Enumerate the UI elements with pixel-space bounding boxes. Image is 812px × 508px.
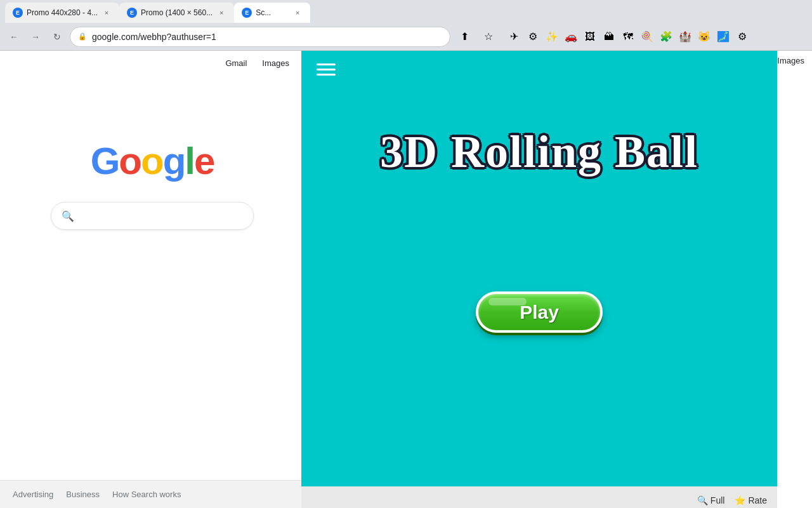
url-text: google.com/webhp?authuser=1 <box>92 32 216 42</box>
rate-icon: ⭐ <box>735 495 745 505</box>
menu-line-3 <box>317 74 336 76</box>
ext-image-icon[interactable]: 🖼 <box>581 28 599 46</box>
game-overlay: 3D Rolling Ball Play 🔍 Full ⭐ Rate <box>301 51 777 508</box>
tab-favicon-2: E <box>127 8 137 18</box>
tab-close-1[interactable]: × <box>102 8 112 18</box>
google-logo: Google <box>91 139 214 183</box>
ext-japan-icon[interactable]: 🗾 <box>714 28 732 46</box>
game-menu-button[interactable] <box>314 61 338 78</box>
search-icon: 🔍 <box>62 210 74 222</box>
share-button[interactable]: ⬆ <box>454 27 475 47</box>
menu-line-2 <box>317 69 336 70</box>
logo-letter-o2: o <box>141 140 163 182</box>
images-top-right[interactable]: Images <box>777 56 804 65</box>
back-button[interactable]: ← <box>5 28 23 46</box>
ext-send-icon[interactable]: ✈ <box>505 28 523 46</box>
logo-letter-g: G <box>91 140 119 182</box>
images-link-header[interactable]: Images <box>257 56 294 70</box>
how-search-works-link[interactable]: How Search works <box>112 490 181 499</box>
tab-favicon-3: E <box>242 8 252 18</box>
ext-mountain-icon[interactable]: 🏔 <box>600 28 618 46</box>
extensions-area: ✈ ⚙ ✨ 🚗 🖼 🏔 🗺 🍭 🧩 🏰 😺 🗾 ⚙ <box>505 28 751 46</box>
tab-3[interactable]: E Sc... × <box>234 3 310 23</box>
google-page: Gmail Images Google 🔍 Advertising Busine… <box>0 51 304 508</box>
ext-gear-icon[interactable]: ⚙ <box>524 28 542 46</box>
ext-car-icon[interactable]: 🚗 <box>562 28 580 46</box>
images-link-text: Images <box>777 56 804 65</box>
full-label: Full <box>710 495 725 505</box>
tab-label-1: Promo 440x280 - 4... <box>27 8 98 17</box>
tab-favicon-1: E <box>13 8 23 18</box>
advertising-link[interactable]: Advertising <box>13 490 53 499</box>
tab-close-3[interactable]: × <box>292 8 303 18</box>
address-bar[interactable]: 🔒 google.com/webhp?authuser=1 <box>70 27 450 47</box>
logo-letter-o1: o <box>119 140 141 182</box>
ext-map-icon[interactable]: 🗺 <box>619 28 637 46</box>
game-title: 3D Rolling Ball <box>380 127 698 177</box>
rate-label: Rate <box>748 495 767 505</box>
browser-toolbar: ← → ↻ 🔒 google.com/webhp?authuser=1 ⬆ ☆ … <box>0 23 812 51</box>
logo-letter-g2: g <box>163 140 185 182</box>
ext-puzzle-icon[interactable]: 🧩 <box>657 28 675 46</box>
game-bottom-bar: 🔍 Full ⭐ Rate <box>301 486 777 508</box>
logo-letter-e: e <box>194 140 214 182</box>
ext-star-icon[interactable]: ✨ <box>543 28 561 46</box>
security-icon: 🔒 <box>78 32 87 41</box>
reload-button[interactable]: ↻ <box>48 28 66 46</box>
logo-letter-l: l <box>185 140 194 182</box>
google-header: Gmail Images <box>0 51 304 76</box>
ext-lollipop-icon[interactable]: 🍭 <box>638 28 656 46</box>
full-icon: 🔍 <box>697 495 708 505</box>
tab-label-3: Sc... <box>256 8 289 17</box>
ext-cat-icon[interactable]: 😺 <box>695 28 713 46</box>
menu-line-1 <box>317 64 336 65</box>
gmail-link[interactable]: Gmail <box>220 56 252 70</box>
tab-1[interactable]: E Promo 440x280 - 4... × <box>5 3 119 23</box>
bookmark-button[interactable]: ☆ <box>478 27 499 47</box>
tab-close-2[interactable]: × <box>216 8 226 18</box>
business-link[interactable]: Business <box>66 490 100 499</box>
rate-button[interactable]: ⭐ Rate <box>735 495 767 505</box>
full-button[interactable]: 🔍 Full <box>697 495 725 505</box>
tab-2[interactable]: E Promo (1400 × 560... × <box>119 3 234 23</box>
footer-links: Advertising Business How Search works <box>13 490 292 499</box>
browser-tabs: E Promo 440x280 - 4... × E Promo (1400 ×… <box>0 0 812 23</box>
ext-castle-icon[interactable]: 🏰 <box>676 28 694 46</box>
google-footer: Advertising Business How Search works <box>0 480 304 508</box>
ext-settings-icon[interactable]: ⚙ <box>733 28 751 46</box>
forward-button[interactable]: → <box>27 28 44 46</box>
play-button[interactable]: Play <box>476 291 603 333</box>
search-box[interactable]: 🔍 <box>51 202 254 230</box>
content-area: Gmail Images Google 🔍 Advertising Busine… <box>0 51 812 508</box>
tab-label-2: Promo (1400 × 560... <box>141 8 213 17</box>
